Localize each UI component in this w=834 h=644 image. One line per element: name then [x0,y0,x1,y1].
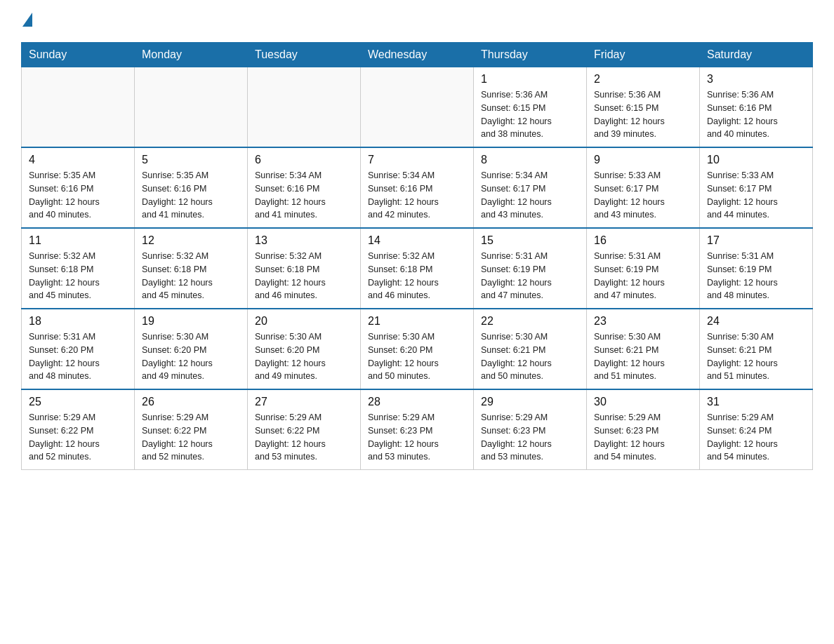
day-number: 10 [707,154,805,166]
day-number: 7 [368,154,466,166]
day-info: Sunrise: 5:31 AM Sunset: 6:19 PM Dayligh… [707,250,805,302]
day-number: 19 [142,315,240,328]
weekday-header-wednesday: Wednesday [361,43,474,67]
day-number: 24 [707,315,805,328]
day-number: 23 [594,315,692,328]
calendar-cell: 29Sunrise: 5:29 AM Sunset: 6:23 PM Dayli… [474,389,587,470]
weekday-header-thursday: Thursday [474,43,587,67]
day-info: Sunrise: 5:29 AM Sunset: 6:22 PM Dayligh… [29,411,127,464]
day-number: 11 [29,234,127,247]
calendar-cell: 15Sunrise: 5:31 AM Sunset: 6:19 PM Dayli… [474,228,587,309]
day-number: 29 [481,396,579,408]
calendar-cell [22,67,135,148]
day-info: Sunrise: 5:30 AM Sunset: 6:21 PM Dayligh… [707,330,805,383]
day-info: Sunrise: 5:31 AM Sunset: 6:19 PM Dayligh… [594,250,692,302]
calendar-cell: 2Sunrise: 5:36 AM Sunset: 6:15 PM Daylig… [587,67,700,148]
day-number: 5 [142,154,240,166]
day-number: 25 [29,396,127,408]
logo [21,14,42,28]
calendar-cell: 30Sunrise: 5:29 AM Sunset: 6:23 PM Dayli… [587,389,700,470]
day-number: 28 [368,396,466,408]
day-info: Sunrise: 5:31 AM Sunset: 6:20 PM Dayligh… [29,330,127,383]
day-info: Sunrise: 5:29 AM Sunset: 6:23 PM Dayligh… [481,411,579,464]
day-number: 17 [707,234,805,247]
day-number: 22 [481,315,579,328]
day-info: Sunrise: 5:36 AM Sunset: 6:16 PM Dayligh… [707,88,805,141]
day-info: Sunrise: 5:36 AM Sunset: 6:15 PM Dayligh… [594,88,692,141]
calendar-cell: 3Sunrise: 5:36 AM Sunset: 6:16 PM Daylig… [700,67,813,148]
day-number: 2 [594,73,692,86]
calendar-cell: 25Sunrise: 5:29 AM Sunset: 6:22 PM Dayli… [22,389,135,470]
day-info: Sunrise: 5:34 AM Sunset: 6:16 PM Dayligh… [368,169,466,222]
calendar-cell: 12Sunrise: 5:32 AM Sunset: 6:18 PM Dayli… [135,228,248,309]
day-info: Sunrise: 5:29 AM Sunset: 6:22 PM Dayligh… [142,411,240,464]
calendar-cell: 7Sunrise: 5:34 AM Sunset: 6:16 PM Daylig… [361,147,474,228]
day-info: Sunrise: 5:30 AM Sunset: 6:21 PM Dayligh… [594,330,692,383]
day-info: Sunrise: 5:32 AM Sunset: 6:18 PM Dayligh… [29,250,127,302]
day-number: 16 [594,234,692,247]
calendar-table: SundayMondayTuesdayWednesdayThursdayFrid… [21,42,813,470]
day-info: Sunrise: 5:36 AM Sunset: 6:15 PM Dayligh… [481,88,579,141]
day-number: 27 [255,396,353,408]
day-info: Sunrise: 5:32 AM Sunset: 6:18 PM Dayligh… [368,250,466,302]
day-info: Sunrise: 5:31 AM Sunset: 6:19 PM Dayligh… [481,250,579,302]
page-header [21,14,813,28]
calendar-cell: 17Sunrise: 5:31 AM Sunset: 6:19 PM Dayli… [700,228,813,309]
day-info: Sunrise: 5:30 AM Sunset: 6:20 PM Dayligh… [142,330,240,383]
calendar-cell [361,67,474,148]
calendar-cell: 31Sunrise: 5:29 AM Sunset: 6:24 PM Dayli… [700,389,813,470]
calendar-cell: 21Sunrise: 5:30 AM Sunset: 6:20 PM Dayli… [361,309,474,389]
weekday-header-tuesday: Tuesday [248,43,361,67]
day-number: 14 [368,234,466,247]
weekday-header-monday: Monday [135,43,248,67]
day-number: 20 [255,315,353,328]
weekday-header-friday: Friday [587,43,700,67]
calendar-cell: 23Sunrise: 5:30 AM Sunset: 6:21 PM Dayli… [587,309,700,389]
day-info: Sunrise: 5:33 AM Sunset: 6:17 PM Dayligh… [594,169,692,222]
calendar-cell: 13Sunrise: 5:32 AM Sunset: 6:18 PM Dayli… [248,228,361,309]
calendar-cell: 19Sunrise: 5:30 AM Sunset: 6:20 PM Dayli… [135,309,248,389]
calendar-cell: 27Sunrise: 5:29 AM Sunset: 6:22 PM Dayli… [248,389,361,470]
day-info: Sunrise: 5:30 AM Sunset: 6:20 PM Dayligh… [368,330,466,383]
day-info: Sunrise: 5:30 AM Sunset: 6:20 PM Dayligh… [255,330,353,383]
calendar-cell: 24Sunrise: 5:30 AM Sunset: 6:21 PM Dayli… [700,309,813,389]
calendar-cell: 22Sunrise: 5:30 AM Sunset: 6:21 PM Dayli… [474,309,587,389]
calendar-cell: 8Sunrise: 5:34 AM Sunset: 6:17 PM Daylig… [474,147,587,228]
calendar-cell: 28Sunrise: 5:29 AM Sunset: 6:23 PM Dayli… [361,389,474,470]
day-info: Sunrise: 5:29 AM Sunset: 6:23 PM Dayligh… [594,411,692,464]
day-number: 1 [481,73,579,86]
day-info: Sunrise: 5:33 AM Sunset: 6:17 PM Dayligh… [707,169,805,222]
calendar-cell [248,67,361,148]
day-number: 18 [29,315,127,328]
calendar-cell: 6Sunrise: 5:34 AM Sunset: 6:16 PM Daylig… [248,147,361,228]
calendar-cell: 20Sunrise: 5:30 AM Sunset: 6:20 PM Dayli… [248,309,361,389]
day-number: 13 [255,234,353,247]
day-number: 3 [707,73,805,86]
day-number: 8 [481,154,579,166]
calendar-cell: 11Sunrise: 5:32 AM Sunset: 6:18 PM Dayli… [22,228,135,309]
logo-triangle-icon [22,13,32,27]
day-number: 15 [481,234,579,247]
day-number: 9 [594,154,692,166]
day-number: 12 [142,234,240,247]
calendar-cell: 26Sunrise: 5:29 AM Sunset: 6:22 PM Dayli… [135,389,248,470]
day-number: 26 [142,396,240,408]
day-info: Sunrise: 5:29 AM Sunset: 6:24 PM Dayligh… [707,411,805,464]
calendar-cell: 5Sunrise: 5:35 AM Sunset: 6:16 PM Daylig… [135,147,248,228]
day-info: Sunrise: 5:35 AM Sunset: 6:16 PM Dayligh… [29,169,127,222]
day-info: Sunrise: 5:29 AM Sunset: 6:23 PM Dayligh… [368,411,466,464]
day-number: 21 [368,315,466,328]
calendar-cell: 4Sunrise: 5:35 AM Sunset: 6:16 PM Daylig… [22,147,135,228]
calendar-cell: 16Sunrise: 5:31 AM Sunset: 6:19 PM Dayli… [587,228,700,309]
day-info: Sunrise: 5:29 AM Sunset: 6:22 PM Dayligh… [255,411,353,464]
day-info: Sunrise: 5:30 AM Sunset: 6:21 PM Dayligh… [481,330,579,383]
calendar-cell [135,67,248,148]
day-info: Sunrise: 5:32 AM Sunset: 6:18 PM Dayligh… [255,250,353,302]
day-info: Sunrise: 5:32 AM Sunset: 6:18 PM Dayligh… [142,250,240,302]
day-number: 31 [707,396,805,408]
day-number: 6 [255,154,353,166]
day-number: 4 [29,154,127,166]
day-info: Sunrise: 5:35 AM Sunset: 6:16 PM Dayligh… [142,169,240,222]
day-info: Sunrise: 5:34 AM Sunset: 6:17 PM Dayligh… [481,169,579,222]
calendar-cell: 18Sunrise: 5:31 AM Sunset: 6:20 PM Dayli… [22,309,135,389]
